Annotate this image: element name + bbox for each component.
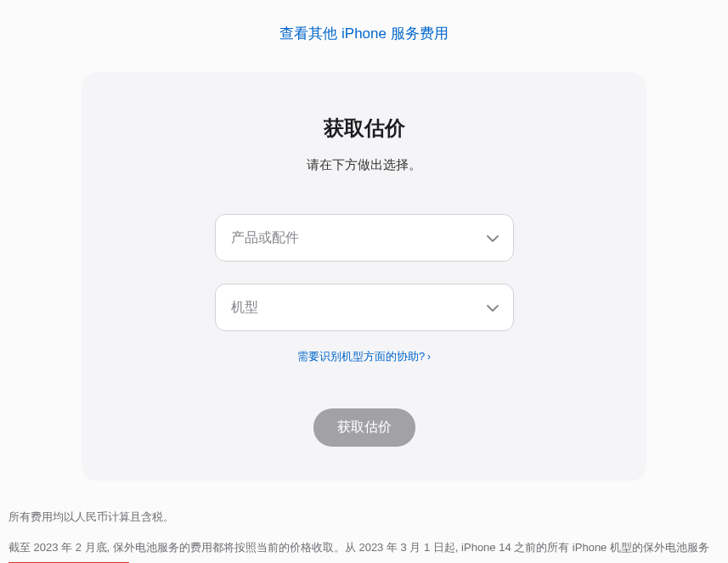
card-subtitle: 请在下方做出选择。: [133, 157, 595, 173]
model-select-placeholder: 机型: [231, 299, 258, 317]
chevron-right-icon: ›: [427, 351, 431, 363]
card-title: 获取估价: [133, 115, 595, 142]
get-estimate-button[interactable]: 获取估价: [313, 408, 415, 447]
footer-note-2-text: 截至 2023 年 2 月底, 保外电池服务的费用都将按照当前的价格收取。从 2…: [8, 541, 709, 554]
footer-notes: 所有费用均以人民币计算且含税。 截至 2023 年 2 月底, 保外电池服务的费…: [0, 506, 728, 563]
model-select-wrap: 机型: [215, 284, 514, 331]
help-link-container: 需要识别机型方面的协助?›: [133, 348, 595, 364]
model-select[interactable]: 机型: [215, 284, 514, 331]
product-select-placeholder: 产品或配件: [231, 229, 299, 247]
top-link-container: 查看其他 iPhone 服务费用: [0, 0, 728, 60]
product-select[interactable]: 产品或配件: [215, 214, 514, 262]
other-service-link[interactable]: 查看其他 iPhone 服务费用: [279, 25, 448, 42]
estimate-card: 获取估价 请在下方做出选择。 产品或配件 机型 需要识别机型方面的协助?› 获取…: [82, 72, 646, 481]
identify-model-help-link[interactable]: 需要识别机型方面的协助?›: [297, 350, 431, 363]
footer-note-1: 所有费用均以人民币计算且含税。: [8, 506, 720, 528]
help-link-label: 需要识别机型方面的协助?: [297, 350, 425, 363]
footer-note-2: 截至 2023 年 2 月底, 保外电池服务的费用都将按照当前的价格收取。从 2…: [8, 537, 720, 563]
product-select-wrap: 产品或配件: [215, 214, 514, 262]
